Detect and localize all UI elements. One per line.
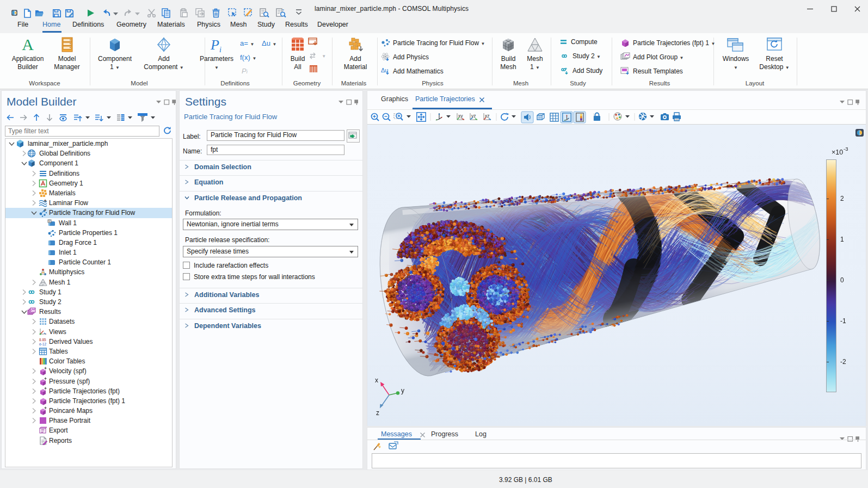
svg-text:e-12: e-12 xyxy=(39,342,46,345)
svg-text:8.85: 8.85 xyxy=(39,338,46,342)
svg-text:P: P xyxy=(210,37,219,53)
svg-text:i: i xyxy=(219,46,221,53)
svg-text:A: A xyxy=(22,36,34,53)
